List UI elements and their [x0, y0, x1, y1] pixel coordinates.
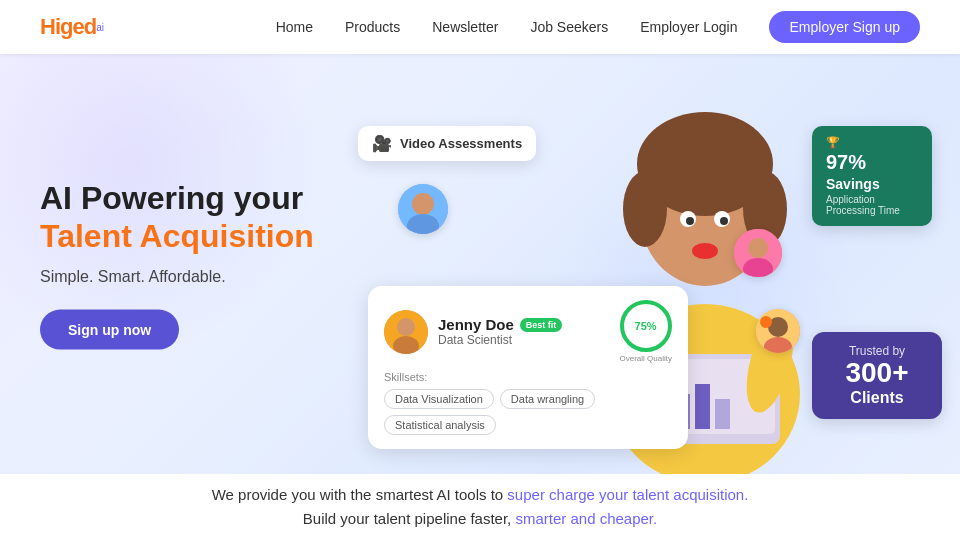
svg-point-9 [692, 243, 718, 259]
avatar-1 [398, 184, 448, 234]
skill-tag-1: Data wrangling [500, 389, 595, 409]
savings-trophy: 🏆 [826, 136, 918, 149]
hero-left: AI Powering your Talent Acquisition Simp… [40, 179, 380, 350]
hero-subtitle: Simple. Smart. Affordable. [40, 267, 380, 285]
jenny-badge: Best fit [520, 318, 563, 332]
jenny-info: Jenny Doe Best fit Data Scientist [438, 316, 610, 347]
svg-point-3 [623, 171, 667, 247]
navbar: Higedai Home Products Newsletter Job See… [0, 0, 960, 54]
video-icon: 🎥 [372, 134, 392, 153]
brand-superscript: ai [96, 22, 104, 33]
status-dot [760, 316, 772, 328]
svg-point-7 [686, 217, 694, 225]
trusted-number: 300+ [830, 358, 924, 389]
svg-point-22 [748, 238, 768, 258]
skill-tag-2: Statistical analysis [384, 415, 496, 435]
jenny-card: Jenny Doe Best fit Data Scientist 75% Ov… [368, 286, 688, 449]
savings-sublabel: Application Processing Time [826, 194, 918, 216]
savings-percent: 97% [826, 151, 918, 174]
nav-newsletter[interactable]: Newsletter [432, 19, 498, 35]
bottom-text: We provide you with the smartest AI tool… [212, 483, 749, 531]
brand-name: Higed [40, 14, 96, 40]
svg-point-8 [720, 217, 728, 225]
bottom-line2-accent: smarter and cheaper. [515, 510, 657, 527]
avatar-2 [734, 229, 782, 277]
hero-section: AI Powering your Talent Acquisition Simp… [0, 54, 960, 474]
logo: Higedai [40, 14, 104, 40]
svg-rect-15 [715, 399, 730, 429]
jenny-skills: Data Visualization Data wrangling Statis… [384, 389, 672, 435]
hero-title-highlight: Talent Acquisition [40, 218, 314, 254]
skill-tag-0: Data Visualization [384, 389, 494, 409]
trusted-clients: Clients [830, 389, 924, 407]
employer-login-button[interactable]: Employer Login [640, 19, 737, 35]
jenny-quality-circle: 75% [620, 300, 672, 352]
video-assessments-label: Video Assessments [400, 136, 522, 151]
jenny-name: Jenny Doe Best fit [438, 316, 610, 333]
bottom-line1-accent: super charge your talent acquisition. [507, 486, 748, 503]
savings-label: Savings [826, 176, 918, 192]
svg-point-19 [412, 193, 434, 215]
savings-card: 🏆 97% Savings Application Processing Tim… [812, 126, 932, 226]
bottom-line1-prefix: We provide you with the smartest AI tool… [212, 486, 508, 503]
trusted-label: Trusted by [830, 344, 924, 358]
svg-rect-14 [695, 384, 710, 429]
cta-button[interactable]: Sign up now [40, 309, 179, 349]
trusted-card: Trusted by 300+ Clients [812, 332, 942, 419]
nav-links: Home Products Newsletter Job Seekers Emp… [276, 11, 920, 43]
employer-signup-button[interactable]: Employer Sign up [769, 11, 920, 43]
nav-job-seekers[interactable]: Job Seekers [530, 19, 608, 35]
jenny-avatar [384, 310, 428, 354]
hero-title: AI Powering your Talent Acquisition [40, 179, 380, 256]
nav-home[interactable]: Home [276, 19, 313, 35]
hero-title-plain: AI Powering your [40, 180, 303, 216]
bottom-line2-prefix: Build your talent pipeline faster, [303, 510, 516, 527]
video-assessments-card: 🎥 Video Assessments [358, 126, 536, 161]
svg-point-28 [397, 318, 415, 336]
nav-products[interactable]: Products [345, 19, 400, 35]
jenny-skills-label: Skillsets: [384, 371, 672, 383]
jenny-title: Data Scientist [438, 333, 610, 347]
bottom-section: We provide you with the smartest AI tool… [0, 474, 960, 540]
hero-right: 🎥 Video Assessments [340, 54, 960, 474]
jenny-quality-label: Overall Quality [620, 354, 672, 363]
jenny-header: Jenny Doe Best fit Data Scientist 75% Ov… [384, 300, 672, 363]
